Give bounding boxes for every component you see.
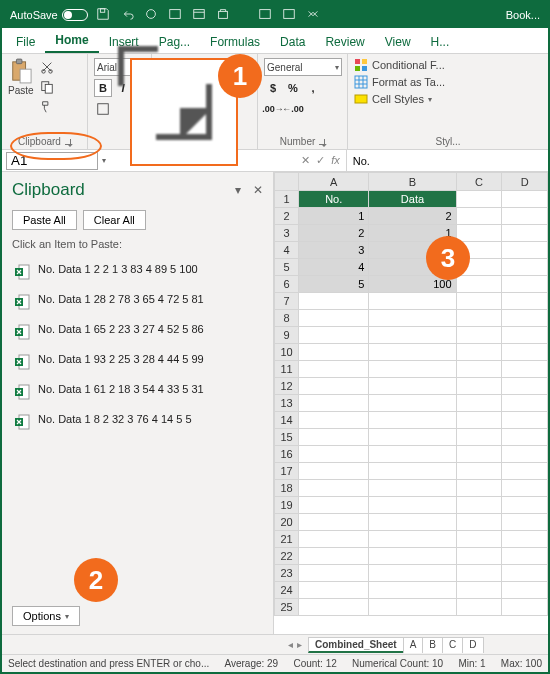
cell[interactable] xyxy=(456,599,502,616)
clipboard-item[interactable]: No. Data 1 65 2 23 3 27 4 52 5 86 xyxy=(12,316,263,346)
cell[interactable] xyxy=(502,429,548,446)
cell[interactable] xyxy=(502,242,548,259)
cell[interactable] xyxy=(456,463,502,480)
qat-icon[interactable] xyxy=(168,7,182,23)
qat-icon[interactable] xyxy=(306,7,320,23)
row-header[interactable]: 10 xyxy=(275,344,299,361)
tab-file[interactable]: File xyxy=(6,31,45,53)
cell-styles-button[interactable]: Cell Styles▾ xyxy=(354,92,542,106)
cell[interactable] xyxy=(456,310,502,327)
cell[interactable]: 3 xyxy=(299,242,369,259)
cell[interactable] xyxy=(369,361,456,378)
cell[interactable] xyxy=(456,565,502,582)
cell[interactable] xyxy=(502,259,548,276)
cell[interactable] xyxy=(299,480,369,497)
options-button[interactable]: Options▾ xyxy=(12,606,80,626)
cell[interactable]: 5 xyxy=(299,276,369,293)
cell[interactable] xyxy=(299,599,369,616)
tab-data[interactable]: Data xyxy=(270,31,315,53)
namebox-dropdown-icon[interactable]: ▾ xyxy=(102,156,106,165)
cell[interactable] xyxy=(456,497,502,514)
cell[interactable] xyxy=(502,378,548,395)
clipboard-item[interactable]: No. Data 1 28 2 78 3 65 4 72 5 81 xyxy=(12,286,263,316)
cell[interactable] xyxy=(456,191,502,208)
cell[interactable] xyxy=(502,191,548,208)
clipboard-item[interactable]: No. Data 1 2 2 1 3 83 4 89 5 100 xyxy=(12,256,263,286)
cell[interactable] xyxy=(299,378,369,395)
cell[interactable] xyxy=(299,293,369,310)
cell[interactable] xyxy=(369,310,456,327)
cell[interactable] xyxy=(369,531,456,548)
cell[interactable] xyxy=(369,327,456,344)
cell[interactable] xyxy=(369,429,456,446)
cell[interactable] xyxy=(369,582,456,599)
cell[interactable] xyxy=(369,395,456,412)
row-header[interactable]: 20 xyxy=(275,514,299,531)
row-header[interactable]: 17 xyxy=(275,463,299,480)
row-header[interactable]: 7 xyxy=(275,293,299,310)
format-table-button[interactable]: Format as Ta... xyxy=(354,75,542,89)
row-header[interactable]: 9 xyxy=(275,327,299,344)
cell[interactable] xyxy=(299,582,369,599)
tab-review[interactable]: Review xyxy=(315,31,374,53)
cell[interactable] xyxy=(299,565,369,582)
number-format-dropdown[interactable]: General▾ xyxy=(264,58,342,76)
cell[interactable] xyxy=(502,446,548,463)
row-header[interactable]: 13 xyxy=(275,395,299,412)
cell[interactable] xyxy=(299,327,369,344)
paste-all-button[interactable]: Paste All xyxy=(12,210,77,230)
cell[interactable]: 4 xyxy=(299,259,369,276)
cell[interactable] xyxy=(502,412,548,429)
cut-icon[interactable] xyxy=(38,58,56,76)
tab-formulas[interactable]: Formulas xyxy=(200,31,270,53)
name-box[interactable] xyxy=(6,152,98,170)
cell[interactable] xyxy=(299,548,369,565)
row-header[interactable]: 1 xyxy=(275,191,299,208)
cell[interactable] xyxy=(456,531,502,548)
cell[interactable] xyxy=(502,276,548,293)
cell[interactable] xyxy=(299,446,369,463)
cell[interactable] xyxy=(502,514,548,531)
row-header[interactable]: 3 xyxy=(275,225,299,242)
cell[interactable] xyxy=(456,378,502,395)
cell[interactable] xyxy=(456,344,502,361)
clear-all-button[interactable]: Clear All xyxy=(83,210,146,230)
format-painter-icon[interactable] xyxy=(38,98,56,116)
cell[interactable] xyxy=(502,548,548,565)
save-icon[interactable] xyxy=(96,7,110,23)
decrease-decimal-icon[interactable]: ←.00 xyxy=(284,100,302,118)
sheet-prev-icon[interactable]: ◂ xyxy=(288,639,293,650)
cell[interactable] xyxy=(502,480,548,497)
cell[interactable] xyxy=(369,463,456,480)
fx-icon[interactable]: fx xyxy=(331,154,340,167)
conditional-formatting-button[interactable]: Conditional F... xyxy=(354,58,542,72)
col-header[interactable]: B xyxy=(369,173,456,191)
sheet-next-icon[interactable]: ▸ xyxy=(297,639,302,650)
cell[interactable] xyxy=(456,395,502,412)
col-header[interactable]: D xyxy=(502,173,548,191)
cell[interactable] xyxy=(456,514,502,531)
row-header[interactable]: 24 xyxy=(275,582,299,599)
cell[interactable] xyxy=(299,412,369,429)
cell[interactable]: 1 xyxy=(299,208,369,225)
cell[interactable] xyxy=(502,565,548,582)
row-header[interactable]: 16 xyxy=(275,446,299,463)
cell[interactable]: 2 xyxy=(299,225,369,242)
cell[interactable] xyxy=(369,378,456,395)
increase-decimal-icon[interactable]: .00→ xyxy=(264,100,282,118)
row-header[interactable]: 22 xyxy=(275,548,299,565)
cell[interactable] xyxy=(502,310,548,327)
cell[interactable] xyxy=(369,293,456,310)
sheet-tab[interactable]: B xyxy=(422,637,443,653)
cell[interactable] xyxy=(456,327,502,344)
cell[interactable] xyxy=(502,463,548,480)
row-header[interactable]: 15 xyxy=(275,429,299,446)
dialog-launcher-icon[interactable] xyxy=(319,139,325,145)
row-header[interactable]: 2 xyxy=(275,208,299,225)
col-header[interactable]: C xyxy=(456,173,502,191)
cell[interactable] xyxy=(299,344,369,361)
undo-icon[interactable] xyxy=(120,7,134,23)
enter-icon[interactable]: ✓ xyxy=(316,154,325,167)
cell[interactable] xyxy=(369,565,456,582)
cell[interactable] xyxy=(502,582,548,599)
